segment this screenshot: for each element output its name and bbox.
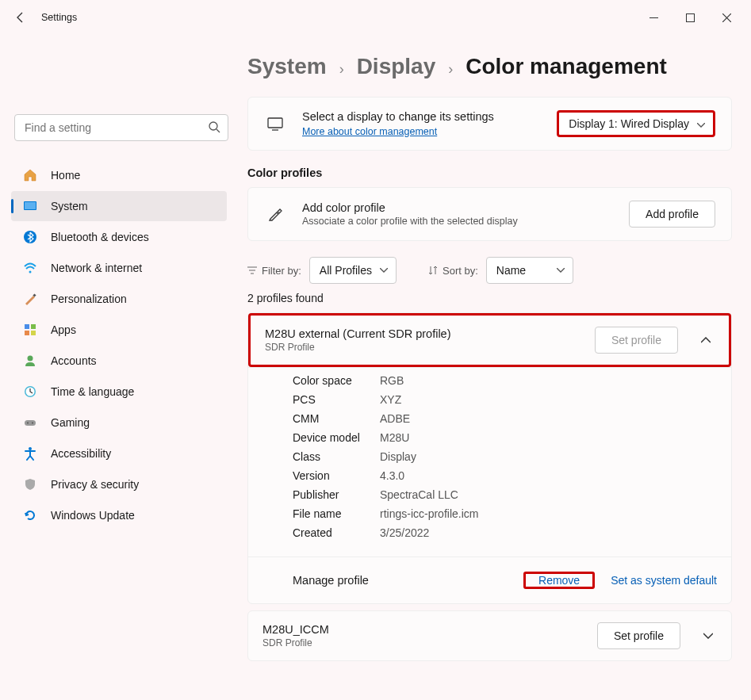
nav-home[interactable]: Home [11,160,227,190]
detail-row: Device modelM28U [293,428,717,447]
nav-update[interactable]: Windows Update [11,500,227,530]
profile-card-2: M28U_ICCM SDR Profile Set profile [247,610,732,661]
arrow-left-icon [14,11,27,24]
chevron-right-icon: › [339,61,344,78]
detail-key: PCS [293,393,380,406]
add-profile-card: Add color profile Associate a color prof… [247,187,732,241]
detail-value: RGB [380,374,404,387]
nav-label: Personalization [51,293,127,305]
svg-rect-9 [25,324,29,329]
profile-1-header[interactable]: M28U external (Current SDR profile) SDR … [248,313,731,367]
display-icon [264,115,286,132]
search-box [14,114,228,141]
nav-label: Time & language [51,385,134,398]
svg-point-18 [32,423,33,424]
nav-apps[interactable]: Apps [11,315,227,345]
profile-1-sub: SDR Profile [265,342,584,353]
svg-rect-20 [268,118,282,128]
display-select-title: Select a display to change its settings [302,110,541,123]
filter-dropdown[interactable]: All Profiles [309,257,397,284]
nav-accessibility[interactable]: Accessibility [11,438,227,469]
close-button[interactable] [708,5,745,30]
detail-value: XYZ [380,393,401,406]
nav-label: Network & internet [51,262,142,274]
detail-value: rtings-icc-profile.icm [380,507,478,520]
minimize-button[interactable] [635,5,672,30]
sort-dropdown[interactable]: Name [486,257,573,284]
detail-value: 3/25/2022 [380,526,429,539]
detail-row: Version4.3.0 [293,466,717,485]
more-about-link[interactable]: More about color management [302,126,437,137]
close-icon [722,13,731,22]
search-icon [208,120,220,133]
svg-rect-12 [31,331,36,335]
nav-label: Bluetooth & devices [51,231,149,243]
profiles-count: 2 profiles found [247,292,732,304]
display-dropdown[interactable]: Display 1: Wired Display [557,110,715,137]
sort-label: Sort by: [428,265,478,277]
chevron-down-icon [703,633,713,639]
nav-personalization[interactable]: Personalization [11,284,227,314]
privacy-icon [22,476,38,492]
nav-time[interactable]: Time & language [11,377,227,407]
maximize-button[interactable] [672,5,708,30]
add-profile-button[interactable]: Add profile [629,201,715,228]
detail-row: ClassDisplay [293,447,717,466]
back-button[interactable] [6,3,35,32]
svg-rect-1 [686,13,694,21]
update-icon [22,507,38,523]
add-profile-sub: Associate a color profile with the selec… [302,216,613,227]
svg-point-19 [29,447,32,450]
detail-key: File name [293,507,380,520]
expand-button[interactable] [699,627,717,645]
svg-rect-5 [25,202,36,209]
nav-system[interactable]: System [11,191,227,221]
detail-key: Device model [293,431,380,444]
svg-point-13 [28,356,33,361]
detail-row: PublisherSpectraCal LLC [293,485,717,504]
nav-privacy[interactable]: Privacy & security [11,469,227,499]
nav-bluetooth[interactable]: Bluetooth & devices [11,222,227,252]
detail-row: PCSXYZ [293,390,717,409]
nav-accounts[interactable]: Accounts [11,346,227,376]
profile-card-1: M28U external (Current SDR profile) SDR … [247,312,732,604]
set-profile-button-1[interactable]: Set profile [595,327,678,354]
breadcrumb-display[interactable]: Display [357,54,436,79]
search-input[interactable] [14,114,228,141]
detail-row: Created3/25/2022 [293,523,717,542]
nav-network[interactable]: Network & internet [11,253,227,283]
set-system-default-link[interactable]: Set as system default [611,574,717,587]
nav-list: Home System Bluetooth & devices Network … [10,160,228,530]
display-dropdown-value: Display 1: Wired Display [569,117,689,130]
detail-row: Color spaceRGB [293,371,717,390]
set-profile-button-2[interactable]: Set profile [597,622,680,649]
filter-icon [247,266,257,275]
manage-profile-label: Manage profile [293,574,523,587]
manage-profile-row: Manage profile Remove Set as system defa… [248,557,731,603]
sort-icon [428,266,438,275]
add-profile-title: Add color profile [302,201,613,214]
remove-button[interactable]: Remove [526,569,592,591]
display-select-card: Select a display to change its settings … [247,97,732,151]
svg-point-2 [209,122,217,130]
breadcrumb-system[interactable]: System [247,54,327,79]
profile-2-name: M28U_ICCM [262,623,586,636]
nav-gaming[interactable]: Gaming [11,407,227,438]
apps-icon [22,322,38,338]
accounts-icon [22,353,38,369]
nav-label: Apps [51,323,76,336]
nav-label: Windows Update [51,509,135,522]
eyedropper-icon [264,205,286,223]
profile-2-header[interactable]: M28U_ICCM SDR Profile Set profile [248,611,731,660]
detail-key: Class [293,450,380,463]
filter-label: Filter by: [247,265,301,277]
detail-row: CMMADBE [293,409,717,428]
nav-label: System [51,200,88,212]
nav-label: Home [51,169,80,182]
detail-key: Color space [293,374,380,387]
accessibility-icon [22,446,38,461]
detail-key: Created [293,526,380,539]
svg-line-3 [216,129,220,132]
system-icon [22,198,38,214]
collapse-button[interactable] [697,331,715,349]
